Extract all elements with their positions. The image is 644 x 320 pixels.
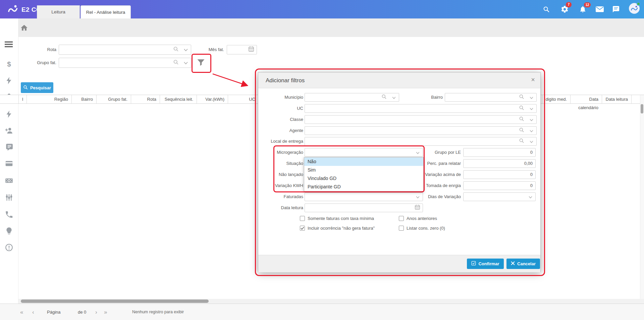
perc-para-relatar-input[interactable]: 0,00 xyxy=(463,159,536,168)
power-icon[interactable] xyxy=(5,110,13,119)
column-header-data-calendario[interactable]: Data calendário xyxy=(571,95,602,103)
search-icon[interactable] xyxy=(519,94,524,101)
column-header-i[interactable]: I xyxy=(18,95,27,103)
chevron-down-icon[interactable] xyxy=(184,60,188,66)
calendar-icon[interactable] xyxy=(415,204,420,212)
local-entrega-label: Local de entrega xyxy=(258,137,303,146)
service-order-icon[interactable] xyxy=(5,143,13,151)
billing-card-icon[interactable] xyxy=(5,159,13,168)
filter-icon xyxy=(196,62,206,68)
microgeracao-dropdown: Não Sim Vinculado GD Participante GD xyxy=(304,157,424,191)
column-header-var-kwh[interactable]: Var.(kWh) xyxy=(197,95,228,103)
data-leitura-input[interactable] xyxy=(305,203,423,212)
taxa-minima-checkbox[interactable] xyxy=(300,216,305,221)
search-icon[interactable] xyxy=(519,105,524,112)
bairro-combo[interactable] xyxy=(445,93,537,102)
option-sim[interactable]: Sim xyxy=(304,166,423,174)
search-icon[interactable] xyxy=(173,59,179,66)
search-icon[interactable] xyxy=(519,127,524,134)
column-header-digito-med[interactable]: digito med. xyxy=(542,95,571,103)
grupo-fat-combo[interactable] xyxy=(59,58,191,68)
rota-label: Rota xyxy=(16,45,56,55)
column-header-bairro[interactable]: Bairro xyxy=(72,95,97,103)
column-header-regiao[interactable]: Região xyxy=(27,95,72,103)
calendar-icon[interactable] xyxy=(248,46,254,53)
search-icon xyxy=(23,85,28,91)
energy-icon[interactable] xyxy=(5,76,13,85)
first-page-button[interactable]: « xyxy=(20,304,23,320)
last-page-button[interactable]: » xyxy=(104,304,107,320)
alert-icon[interactable] xyxy=(5,243,13,252)
adjustments-icon[interactable] xyxy=(5,193,13,202)
tab-leitura[interactable]: Leitura xyxy=(37,5,80,18)
chevron-down-icon[interactable] xyxy=(530,128,533,134)
search-icon[interactable] xyxy=(519,138,524,145)
phone-icon[interactable] xyxy=(5,210,13,219)
option-nao[interactable]: Não xyxy=(304,157,423,166)
tomada-de-energia-input[interactable]: 0 xyxy=(463,181,536,190)
chevron-down-icon[interactable] xyxy=(184,47,188,53)
chevron-down-icon[interactable] xyxy=(530,105,533,111)
anos-anteriores-checkbox[interactable] xyxy=(399,216,404,221)
mail-icon[interactable] xyxy=(595,6,603,14)
column-header-rota[interactable]: Rota xyxy=(131,95,160,103)
grupo-fat-label: Grupo fat. xyxy=(16,58,56,68)
dollar-icon[interactable]: $ xyxy=(5,60,13,68)
add-customer-icon[interactable] xyxy=(5,126,13,135)
pesquisar-button[interactable]: Pesquisar xyxy=(21,82,53,93)
dias-de-variacao-select[interactable] xyxy=(463,192,536,201)
street-light-icon[interactable] xyxy=(5,227,13,235)
column-header-uc[interactable]: UC xyxy=(228,95,259,103)
chevron-down-icon[interactable] xyxy=(392,94,396,100)
faturadas-label: Faturadas xyxy=(258,192,303,201)
chevron-down-icon[interactable] xyxy=(530,94,533,100)
option-participante-gd[interactable]: Participante GD xyxy=(304,183,423,191)
situacao-label: Situação xyxy=(258,159,303,168)
chevron-down-icon[interactable] xyxy=(530,138,533,144)
search-icon[interactable] xyxy=(173,46,179,53)
nao-lancado-label: Não lançado xyxy=(258,170,303,179)
home-icon[interactable] xyxy=(20,24,28,32)
column-header-data-leitura[interactable]: Data leitura xyxy=(602,95,632,103)
municipio-combo[interactable] xyxy=(305,93,399,102)
chat-icon[interactable] xyxy=(612,5,620,13)
vertical-scrollbar[interactable] xyxy=(640,95,644,299)
nao-gera-fatura-checkbox[interactable] xyxy=(300,226,305,231)
cancelar-button[interactable]: Cancelar xyxy=(506,259,540,269)
variacao-acima-de-input[interactable]: 0 xyxy=(463,170,536,179)
grupo-por-le-input[interactable]: 0 xyxy=(463,148,536,157)
faturadas-select[interactable] xyxy=(305,192,423,201)
rota-combo[interactable] xyxy=(59,45,191,55)
search-icon[interactable] xyxy=(381,94,387,101)
close-icon[interactable]: × xyxy=(531,76,535,84)
prev-page-button[interactable]: ‹ xyxy=(32,304,34,320)
search-icon[interactable] xyxy=(542,5,550,13)
search-icon[interactable] xyxy=(519,116,524,123)
chevron-down-icon[interactable] xyxy=(529,194,532,200)
local-entrega-combo[interactable] xyxy=(305,137,537,146)
cash-icon[interactable] xyxy=(5,176,13,185)
next-page-button[interactable]: › xyxy=(95,304,97,320)
chevron-down-icon[interactable] xyxy=(416,194,420,200)
chevron-down-icon[interactable] xyxy=(530,117,533,123)
data-leitura-label: Data leitura xyxy=(258,203,303,212)
column-header-grupo-fat[interactable]: Grupo fat. xyxy=(97,95,131,103)
classe-combo[interactable] xyxy=(305,115,537,124)
option-vinculado-gd[interactable]: Vinculado GD xyxy=(304,174,423,183)
horizontal-scrollbar-thumb[interactable] xyxy=(21,300,209,303)
agente-combo[interactable] xyxy=(305,126,537,135)
column-header-sequencia-leit[interactable]: Sequência leit. xyxy=(160,95,197,103)
listar-cons-zero-label: Listar cons. zero (0) xyxy=(407,226,445,231)
listar-cons-zero-checkbox[interactable] xyxy=(399,226,404,231)
vertical-scrollbar-thumb[interactable] xyxy=(641,104,643,113)
x-icon xyxy=(511,261,515,266)
filter-button[interactable] xyxy=(196,58,207,68)
of-label: de 0 xyxy=(78,304,86,320)
tab-rel-analise-leitura[interactable]: Rel - Análise leitura xyxy=(80,5,131,18)
uc-combo[interactable] xyxy=(305,104,537,113)
perc-para-relatar-value: 0,00 xyxy=(524,159,533,168)
menu-icon[interactable] xyxy=(4,41,13,49)
confirmar-button[interactable]: Confirmar xyxy=(467,259,504,269)
sidebar: $ xyxy=(0,18,18,320)
mes-fat-input[interactable] xyxy=(227,45,257,54)
